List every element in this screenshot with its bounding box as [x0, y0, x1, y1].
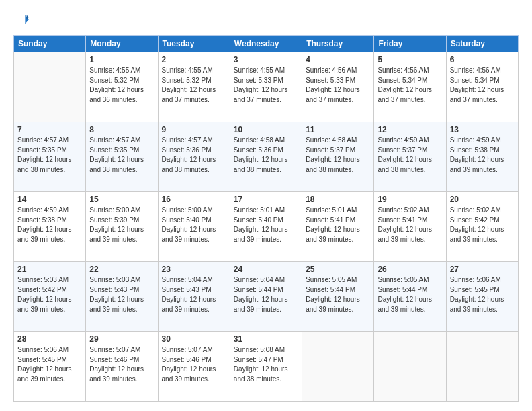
day-content: Sunrise: 4:55 AM Sunset: 5:33 PM Dayligh… [234, 66, 298, 105]
day-number: 14 [17, 195, 82, 204]
col-header-friday: Friday [374, 36, 446, 52]
day-content: Sunrise: 5:01 AM Sunset: 5:41 PM Dayligh… [306, 205, 370, 244]
day-cell: 12Sunrise: 4:59 AM Sunset: 5:37 PM Dayli… [374, 122, 446, 192]
day-cell: 28Sunrise: 5:06 AM Sunset: 5:45 PM Dayli… [14, 332, 86, 402]
day-number: 4 [306, 55, 370, 64]
week-row-1: 7Sunrise: 4:57 AM Sunset: 5:35 PM Daylig… [14, 122, 519, 192]
day-cell: 16Sunrise: 5:00 AM Sunset: 5:40 PM Dayli… [158, 192, 230, 262]
header-row: SundayMondayTuesdayWednesdayThursdayFrid… [14, 36, 519, 52]
logo [13, 12, 30, 30]
day-number: 31 [234, 334, 298, 344]
day-content: Sunrise: 5:07 AM Sunset: 5:46 PM Dayligh… [162, 345, 226, 384]
day-content: Sunrise: 4:57 AM Sunset: 5:35 PM Dayligh… [17, 136, 82, 175]
day-cell: 1Sunrise: 4:55 AM Sunset: 5:32 PM Daylig… [86, 52, 158, 122]
day-cell: 19Sunrise: 5:02 AM Sunset: 5:41 PM Dayli… [374, 192, 446, 262]
week-row-0: 1Sunrise: 4:55 AM Sunset: 5:32 PM Daylig… [14, 52, 519, 122]
col-header-monday: Monday [86, 36, 158, 52]
day-content: Sunrise: 5:08 AM Sunset: 5:47 PM Dayligh… [234, 345, 298, 384]
day-cell: 14Sunrise: 4:59 AM Sunset: 5:38 PM Dayli… [14, 192, 86, 262]
day-content: Sunrise: 5:06 AM Sunset: 5:45 PM Dayligh… [450, 275, 515, 314]
day-content: Sunrise: 5:00 AM Sunset: 5:40 PM Dayligh… [162, 205, 226, 244]
day-cell: 7Sunrise: 4:57 AM Sunset: 5:35 PM Daylig… [14, 122, 86, 192]
day-number: 9 [162, 125, 226, 134]
day-number: 28 [17, 334, 82, 344]
day-number: 19 [378, 195, 442, 204]
day-cell: 23Sunrise: 5:04 AM Sunset: 5:43 PM Dayli… [158, 262, 230, 332]
day-content: Sunrise: 4:59 AM Sunset: 5:38 PM Dayligh… [17, 205, 82, 244]
day-content: Sunrise: 5:04 AM Sunset: 5:43 PM Dayligh… [162, 275, 226, 314]
col-header-wednesday: Wednesday [230, 36, 302, 52]
day-number: 23 [162, 265, 226, 274]
day-cell: 21Sunrise: 5:03 AM Sunset: 5:42 PM Dayli… [14, 262, 86, 332]
day-number: 6 [450, 55, 515, 64]
day-content: Sunrise: 5:01 AM Sunset: 5:40 PM Dayligh… [234, 205, 298, 244]
day-content: Sunrise: 4:57 AM Sunset: 5:35 PM Dayligh… [89, 136, 154, 175]
day-number: 2 [162, 55, 226, 64]
day-content: Sunrise: 4:57 AM Sunset: 5:36 PM Dayligh… [162, 136, 226, 175]
day-cell: 25Sunrise: 5:05 AM Sunset: 5:44 PM Dayli… [302, 262, 374, 332]
day-number: 27 [450, 265, 515, 274]
day-cell: 13Sunrise: 4:59 AM Sunset: 5:38 PM Dayli… [446, 122, 518, 192]
day-number: 29 [89, 334, 154, 344]
day-cell: 9Sunrise: 4:57 AM Sunset: 5:36 PM Daylig… [158, 122, 230, 192]
day-cell: 10Sunrise: 4:58 AM Sunset: 5:36 PM Dayli… [230, 122, 302, 192]
day-content: Sunrise: 4:58 AM Sunset: 5:37 PM Dayligh… [306, 136, 370, 175]
day-cell: 29Sunrise: 5:07 AM Sunset: 5:46 PM Dayli… [86, 332, 158, 402]
day-cell [14, 52, 86, 122]
day-cell: 24Sunrise: 5:04 AM Sunset: 5:44 PM Dayli… [230, 262, 302, 332]
day-number: 22 [89, 265, 154, 274]
day-content: Sunrise: 4:55 AM Sunset: 5:32 PM Dayligh… [162, 66, 226, 105]
day-cell: 30Sunrise: 5:07 AM Sunset: 5:46 PM Dayli… [158, 332, 230, 402]
week-row-2: 14Sunrise: 4:59 AM Sunset: 5:38 PM Dayli… [14, 192, 519, 262]
day-cell: 31Sunrise: 5:08 AM Sunset: 5:47 PM Dayli… [230, 332, 302, 402]
day-cell [374, 332, 446, 402]
day-content: Sunrise: 5:02 AM Sunset: 5:42 PM Dayligh… [450, 205, 515, 244]
day-number: 26 [378, 265, 442, 274]
day-content: Sunrise: 5:05 AM Sunset: 5:44 PM Dayligh… [306, 275, 370, 314]
day-cell: 26Sunrise: 5:05 AM Sunset: 5:44 PM Dayli… [374, 262, 446, 332]
day-content: Sunrise: 5:05 AM Sunset: 5:44 PM Dayligh… [378, 275, 442, 314]
col-header-sunday: Sunday [14, 36, 86, 52]
day-number: 16 [162, 195, 226, 204]
day-cell: 4Sunrise: 4:56 AM Sunset: 5:33 PM Daylig… [302, 52, 374, 122]
day-content: Sunrise: 4:56 AM Sunset: 5:33 PM Dayligh… [306, 66, 370, 105]
day-cell: 3Sunrise: 4:55 AM Sunset: 5:33 PM Daylig… [230, 52, 302, 122]
col-header-thursday: Thursday [302, 36, 374, 52]
day-content: Sunrise: 5:06 AM Sunset: 5:45 PM Dayligh… [17, 345, 82, 384]
day-cell [302, 332, 374, 402]
day-content: Sunrise: 5:03 AM Sunset: 5:43 PM Dayligh… [89, 275, 154, 314]
day-content: Sunrise: 5:03 AM Sunset: 5:42 PM Dayligh… [17, 275, 82, 314]
day-number: 21 [17, 265, 82, 274]
day-cell: 2Sunrise: 4:55 AM Sunset: 5:32 PM Daylig… [158, 52, 230, 122]
day-number: 18 [306, 195, 370, 204]
day-cell [446, 332, 518, 402]
day-cell: 11Sunrise: 4:58 AM Sunset: 5:37 PM Dayli… [302, 122, 374, 192]
day-number: 13 [450, 125, 515, 134]
day-content: Sunrise: 4:59 AM Sunset: 5:38 PM Dayligh… [450, 136, 515, 175]
day-number: 10 [234, 125, 298, 134]
day-content: Sunrise: 5:00 AM Sunset: 5:39 PM Dayligh… [89, 205, 154, 244]
logo-icon [15, 12, 30, 27]
day-cell: 15Sunrise: 5:00 AM Sunset: 5:39 PM Dayli… [86, 192, 158, 262]
day-content: Sunrise: 5:02 AM Sunset: 5:41 PM Dayligh… [378, 205, 442, 244]
week-row-3: 21Sunrise: 5:03 AM Sunset: 5:42 PM Dayli… [14, 262, 519, 332]
day-content: Sunrise: 4:55 AM Sunset: 5:32 PM Dayligh… [89, 66, 154, 105]
day-number: 1 [89, 55, 154, 64]
day-cell: 20Sunrise: 5:02 AM Sunset: 5:42 PM Dayli… [446, 192, 518, 262]
day-content: Sunrise: 5:07 AM Sunset: 5:46 PM Dayligh… [89, 345, 154, 384]
day-number: 24 [234, 265, 298, 274]
col-header-tuesday: Tuesday [158, 36, 230, 52]
week-row-4: 28Sunrise: 5:06 AM Sunset: 5:45 PM Dayli… [14, 332, 519, 402]
day-number: 25 [306, 265, 370, 274]
page: SundayMondayTuesdayWednesdayThursdayFrid… [0, 0, 532, 411]
day-number: 12 [378, 125, 442, 134]
day-number: 11 [306, 125, 370, 134]
day-cell: 17Sunrise: 5:01 AM Sunset: 5:40 PM Dayli… [230, 192, 302, 262]
day-cell: 18Sunrise: 5:01 AM Sunset: 5:41 PM Dayli… [302, 192, 374, 262]
day-number: 20 [450, 195, 515, 204]
day-number: 8 [89, 125, 154, 134]
day-number: 3 [234, 55, 298, 64]
day-number: 5 [378, 55, 442, 64]
header [13, 12, 519, 30]
day-number: 7 [17, 125, 82, 134]
